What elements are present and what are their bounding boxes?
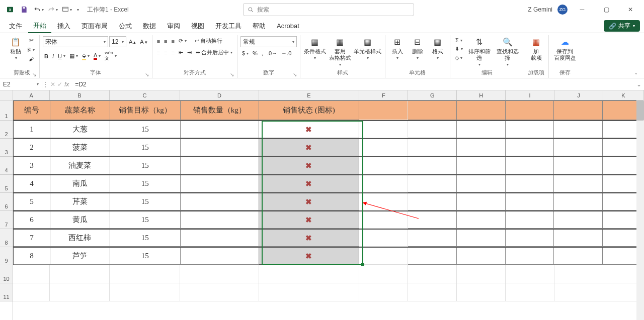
cell[interactable]: 黄瓜 [50, 211, 110, 229]
enter-formula-icon[interactable]: ✓ [57, 81, 62, 88]
cell[interactable] [457, 139, 506, 156]
cell[interactable] [408, 283, 457, 301]
cell[interactable]: ✖ [259, 139, 359, 156]
fill-color-icon[interactable]: ⬙▾ [80, 49, 91, 63]
cell[interactable] [457, 283, 506, 301]
align-center-icon[interactable]: ≡ [163, 48, 169, 57]
cell[interactable] [554, 121, 603, 138]
conditional-formatting-button[interactable]: ▦条件格式▾ [303, 36, 327, 61]
share-button[interactable]: 🔗共享▾ [604, 20, 640, 32]
cell[interactable]: 15 [110, 248, 181, 265]
bold-button[interactable]: B [43, 49, 50, 63]
row-header[interactable]: 8 [0, 229, 13, 247]
indent-inc-icon[interactable]: ⇥ [186, 48, 193, 57]
cells-area[interactable]: 编号 蔬菜名称 销售目标（kg） 销售数量（kg） 销售状态 (图标) 1大葱1… [13, 100, 644, 301]
cell[interactable]: ✖ [259, 230, 359, 247]
cell[interactable]: 销售状态 (图标) [259, 101, 359, 120]
indent-dec-icon[interactable]: ⇤ [177, 48, 185, 57]
tab-help[interactable]: 帮助 [248, 19, 271, 33]
underline-button[interactable]: U▾ [56, 49, 67, 63]
cell[interactable]: 菠菜 [50, 139, 110, 156]
cell[interactable]: ✖ [259, 211, 359, 229]
select-all-button[interactable] [0, 90, 13, 100]
cell[interactable]: 蔬菜名称 [50, 101, 110, 120]
cell[interactable]: 编号 [14, 101, 50, 120]
cell[interactable] [408, 121, 457, 138]
cell[interactable] [408, 211, 457, 229]
tab-home[interactable]: 开始 [28, 19, 51, 33]
col-header[interactable]: D [180, 90, 259, 100]
cell[interactable] [457, 265, 506, 283]
cell[interactable] [181, 193, 259, 210]
row-header[interactable]: 3 [0, 139, 13, 157]
font-launcher-icon[interactable]: ↘ [145, 72, 149, 77]
cell[interactable]: 芦笋 [50, 248, 110, 265]
redo-icon[interactable]: ▾ [46, 4, 58, 16]
cell[interactable] [506, 248, 554, 265]
cell[interactable]: 15 [110, 121, 181, 138]
cell[interactable] [359, 101, 408, 120]
number-format-combo[interactable]: 常规▾ [240, 36, 297, 47]
find-select-button[interactable]: 🔍查找和选择▾ [495, 36, 521, 67]
cell[interactable] [554, 157, 603, 174]
increase-font-icon[interactable]: A▴ [127, 36, 137, 47]
cell[interactable] [359, 248, 408, 265]
border-icon[interactable]: ▦▾ [68, 49, 79, 63]
sort-filter-button[interactable]: ⇅排序和筛选▾ [466, 36, 493, 67]
cell[interactable] [359, 283, 408, 301]
cell[interactable] [554, 175, 603, 192]
cell[interactable]: 4 [14, 175, 50, 192]
cell[interactable] [506, 283, 554, 301]
col-header[interactable]: C [110, 90, 180, 100]
italic-button[interactable]: I [51, 49, 55, 63]
paste-button[interactable]: 📋 粘贴 ▾ [7, 36, 24, 61]
format-painter-icon[interactable]: 🖌 [26, 55, 36, 63]
col-header[interactable]: I [506, 90, 554, 100]
col-header[interactable]: B [50, 90, 110, 100]
search-input[interactable]: 搜索 [243, 3, 414, 16]
currency-icon[interactable]: $▾ [240, 49, 250, 57]
cell[interactable] [359, 265, 408, 283]
cell[interactable] [181, 230, 259, 247]
font-name-combo[interactable]: 宋体▾ [43, 36, 108, 47]
cell[interactable]: 15 [110, 139, 181, 156]
close-button[interactable]: ✕ [621, 3, 640, 17]
cell[interactable]: 芹菜 [50, 193, 110, 210]
row-header[interactable]: 6 [0, 193, 13, 211]
cell[interactable]: 15 [110, 175, 181, 192]
cell[interactable] [181, 248, 259, 265]
cell[interactable] [457, 157, 506, 174]
cell[interactable]: 15 [110, 211, 181, 229]
cell[interactable]: 15 [110, 230, 181, 247]
fill-icon[interactable]: ⬇▾ [453, 45, 464, 53]
scrollbar-thumb[interactable] [636, 100, 644, 121]
cell[interactable] [457, 193, 506, 210]
cell[interactable] [457, 211, 506, 229]
cell[interactable] [181, 121, 259, 138]
row-header[interactable]: 5 [0, 175, 13, 193]
cell[interactable] [50, 265, 110, 283]
cell[interactable] [408, 101, 457, 120]
cell[interactable] [359, 121, 408, 138]
cell[interactable] [554, 193, 603, 210]
cell[interactable]: 3 [14, 157, 50, 174]
col-header[interactable]: G [408, 90, 457, 100]
addins-button[interactable]: ▦加 载项 [527, 36, 545, 61]
tab-formulas[interactable]: 公式 [114, 19, 137, 33]
alignment-launcher-icon[interactable]: ↘ [230, 72, 234, 77]
percent-icon[interactable]: % [251, 49, 259, 57]
cell[interactable] [457, 175, 506, 192]
cancel-formula-icon[interactable]: ✕ [50, 81, 55, 88]
comma-icon[interactable]: , [260, 49, 265, 57]
cell[interactable]: ✖ [259, 175, 359, 192]
cell[interactable] [359, 230, 408, 247]
undo-icon[interactable]: ▾ [32, 4, 44, 16]
cell[interactable] [181, 157, 259, 174]
copy-icon[interactable]: ⎘▾ [26, 46, 36, 54]
tab-acrobat[interactable]: Acrobat [272, 19, 304, 33]
col-header[interactable]: K [603, 90, 644, 100]
cell[interactable] [408, 175, 457, 192]
cell-styles-button[interactable]: ▦单元格样式▾ [354, 36, 382, 61]
cell[interactable] [457, 121, 506, 138]
vertical-scrollbar[interactable] [636, 100, 644, 320]
